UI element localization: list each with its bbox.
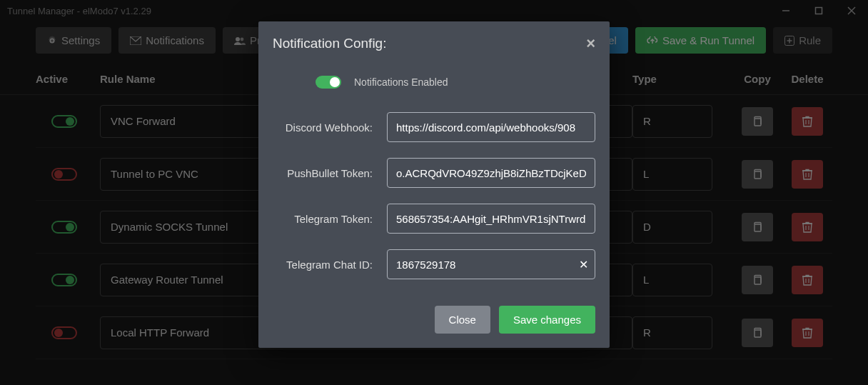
modal-title: Notification Config: <box>273 36 586 51</box>
modal-close-icon[interactable]: × <box>586 34 595 53</box>
notifications-enabled-switch[interactable] <box>316 76 341 89</box>
telegram-chat-id-input[interactable] <box>387 249 595 279</box>
discord-webhook-label: Discord Webhook: <box>273 121 387 134</box>
notification-config-modal: Notification Config: × Notifications Ena… <box>258 21 610 348</box>
telegram-chat-id-label: Telegram Chat ID: <box>273 259 387 271</box>
telegram-token-input[interactable] <box>387 204 595 234</box>
discord-webhook-input[interactable] <box>387 112 595 142</box>
clear-input-icon[interactable]: ✕ <box>579 258 588 271</box>
modal-close-button[interactable]: Close <box>435 306 490 334</box>
telegram-token-label: Telegram Token: <box>273 213 387 225</box>
notifications-enabled-label: Notifications Enabled <box>354 76 448 88</box>
pushbullet-token-input[interactable] <box>387 158 595 188</box>
pushbullet-token-label: PushBullet Token: <box>273 167 387 179</box>
modal-save-button[interactable]: Save changes <box>499 306 595 334</box>
